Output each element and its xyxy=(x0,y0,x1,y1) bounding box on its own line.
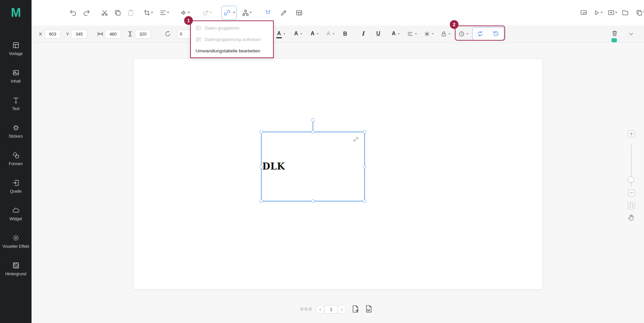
frame-icon[interactable] xyxy=(143,9,151,16)
add-page-button[interactable] xyxy=(351,305,360,313)
more-text-button[interactable]: A xyxy=(392,30,396,37)
font-color-button[interactable]: A xyxy=(277,30,281,37)
timer-caret-icon[interactable] xyxy=(466,33,468,35)
more-text-caret-icon[interactable] xyxy=(398,33,400,35)
menu-item-label: Daten gruppieren xyxy=(205,26,239,31)
text-align-caret-icon[interactable] xyxy=(415,33,417,35)
lock-caret-icon[interactable] xyxy=(448,33,450,35)
text-style-caret-icon[interactable] xyxy=(300,33,302,35)
bold-button[interactable]: B xyxy=(343,30,347,37)
selected-shape[interactable]: DLK xyxy=(261,132,365,201)
page-thumbnails-icon[interactable] xyxy=(300,307,312,313)
highlight-color-button[interactable]: A xyxy=(326,30,330,37)
timer-icon[interactable] xyxy=(458,31,465,37)
sidebar-item-formen[interactable]: Formen xyxy=(0,145,32,173)
next-page-button[interactable] xyxy=(337,305,346,314)
sidebar-item-label: Inhalt xyxy=(11,79,20,84)
preview-icon[interactable] xyxy=(580,9,587,16)
color-chip xyxy=(611,38,617,42)
resize-handle-top-left[interactable] xyxy=(260,130,263,134)
collapse-toolbar-icon[interactable] xyxy=(628,31,635,38)
undo-icon[interactable] xyxy=(69,9,77,16)
font-size-caret-icon[interactable] xyxy=(317,33,319,35)
copy-icon[interactable] xyxy=(114,9,121,16)
add-master-page-button[interactable]: M xyxy=(364,305,373,313)
sidebar-item-widget[interactable]: Widget xyxy=(0,200,32,228)
link-caret-icon[interactable] xyxy=(233,12,235,13)
flowchart-caret-icon[interactable] xyxy=(249,12,252,13)
resize-handle-top[interactable] xyxy=(311,130,315,134)
delete-icon[interactable] xyxy=(611,30,618,37)
sync-icon[interactable] xyxy=(477,30,483,37)
redo-icon[interactable] xyxy=(83,9,90,16)
italic-button[interactable]: I xyxy=(362,30,364,37)
y-input[interactable] xyxy=(71,30,87,39)
history-rotate-icon[interactable] xyxy=(492,30,499,37)
zoom-in-button[interactable] xyxy=(628,130,635,137)
flowchart-icon[interactable] xyxy=(242,9,249,16)
menu-item-datengruppierung-aufheben[interactable]: Datengruppierung aufheben xyxy=(191,34,273,45)
app-logo[interactable]: M xyxy=(0,4,32,21)
resize-handle-right[interactable] xyxy=(363,165,366,168)
page-number-input[interactable] xyxy=(324,305,338,314)
menu-item-daten-gruppieren[interactable]: Daten gruppieren xyxy=(191,22,273,34)
annotation-badge-2: 2 xyxy=(450,20,459,29)
magnet-icon[interactable] xyxy=(264,9,272,16)
new-screen-caret-icon[interactable] xyxy=(615,12,618,13)
cut-icon[interactable] xyxy=(101,9,108,16)
fit-to-screen-button[interactable] xyxy=(628,202,635,209)
frame-caret-icon[interactable] xyxy=(151,12,153,13)
x-label: X xyxy=(39,32,42,37)
effects-icon[interactable] xyxy=(424,31,430,37)
font-color-caret-icon[interactable] xyxy=(283,33,285,35)
text-style-button[interactable]: A xyxy=(294,30,298,37)
prev-page-button[interactable] xyxy=(316,305,325,314)
pages-icon[interactable] xyxy=(636,9,643,16)
sidebar-item-vorlage[interactable]: Vorlage xyxy=(0,35,32,62)
sidebar-item-text[interactable]: Text xyxy=(0,90,32,118)
auto-group-caret-icon[interactable] xyxy=(210,12,212,13)
zoom-out-button[interactable] xyxy=(628,189,635,196)
resize-handle-top-right[interactable] xyxy=(363,130,366,134)
sidebar-item-inhalt[interactable]: Inhalt xyxy=(0,62,32,90)
link-icon[interactable] xyxy=(223,9,231,16)
effects-caret-icon[interactable] xyxy=(432,33,434,35)
sidebar: M Vorlage Inhalt Text Stickers Formen xyxy=(0,0,32,323)
new-screen-icon[interactable] xyxy=(607,9,615,16)
width-input[interactable] xyxy=(105,30,121,39)
highlight-caret-icon[interactable] xyxy=(332,33,334,35)
audio-caret-icon[interactable] xyxy=(187,12,190,13)
folder-open-icon[interactable] xyxy=(622,9,629,16)
shape-link-icon[interactable] xyxy=(353,136,359,142)
font-size-button[interactable]: A xyxy=(311,30,315,37)
sidebar-item-stickers[interactable]: Stickers xyxy=(0,118,32,145)
audio-icon[interactable] xyxy=(180,9,187,16)
table-icon[interactable] xyxy=(296,9,303,16)
menu-item-umwandlungstabelle-bearbeiten[interactable]: Umwandlungstabelle bearbeiten xyxy=(191,45,273,56)
sidebar-item-label: Visueller Effekt xyxy=(2,244,29,249)
align-objects-icon[interactable] xyxy=(159,9,167,16)
height-input[interactable] xyxy=(135,30,151,39)
align-caret-icon[interactable] xyxy=(167,12,169,13)
resize-handle-bottom-left[interactable] xyxy=(260,199,263,203)
auto-group-icon[interactable] xyxy=(202,9,210,16)
sidebar-item-quelle[interactable]: Quelle xyxy=(0,173,32,200)
sidebar-item-label: Quelle xyxy=(10,189,22,194)
zoom-slider-handle[interactable] xyxy=(628,177,634,183)
shape-text[interactable]: DLK xyxy=(262,161,285,172)
underline-button[interactable]: U xyxy=(376,30,380,37)
resize-handle-bottom[interactable] xyxy=(311,199,315,203)
resize-handle-bottom-right[interactable] xyxy=(363,199,366,203)
ungroup-data-icon xyxy=(196,37,201,42)
hand-tool-icon[interactable] xyxy=(628,214,635,223)
lock-icon[interactable] xyxy=(440,31,447,37)
sidebar-item-visueller-effekt[interactable]: Visueller Effekt xyxy=(0,228,32,255)
sidebar-item-hintergrund[interactable]: Hintergrund xyxy=(0,255,32,283)
play-icon[interactable] xyxy=(593,9,600,16)
text-align-icon[interactable] xyxy=(407,31,414,37)
paste-icon[interactable] xyxy=(127,9,135,16)
pen-icon[interactable] xyxy=(280,9,287,16)
rotation-handle[interactable] xyxy=(311,118,315,122)
play-caret-icon[interactable] xyxy=(600,12,603,13)
x-input[interactable] xyxy=(45,30,61,39)
